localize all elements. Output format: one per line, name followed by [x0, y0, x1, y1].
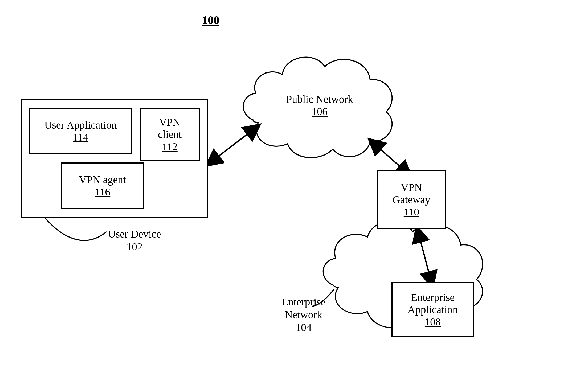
- user-device-ref: 102: [126, 241, 142, 253]
- user-application-ref: 114: [73, 131, 88, 144]
- vpn-gateway-box: VPN Gateway 110: [377, 170, 446, 229]
- enterprise-network-line1: Enterprise: [282, 296, 325, 308]
- enterprise-app-ref: 108: [425, 316, 441, 328]
- user-device-label-text: User Device: [108, 228, 161, 240]
- vpn-client-ref: 112: [162, 141, 178, 153]
- vpn-gateway-ref: 110: [404, 206, 419, 218]
- diagram-stage: 100 User Application 114 VPN client 112 …: [0, 0, 576, 392]
- enterprise-network-ref: 104: [296, 321, 312, 333]
- vpn-client-line1: VPN: [159, 116, 180, 128]
- user-device-callout: [45, 218, 107, 240]
- figure-number: 100: [202, 13, 219, 27]
- vpn-gateway-line1: VPN: [401, 181, 422, 194]
- user-device-label: User Device 102: [100, 228, 169, 253]
- public-network-text: Public Network: [286, 93, 353, 105]
- enterprise-network-label: Enterprise Network 104: [272, 296, 336, 334]
- vpn-client-box: VPN client 112: [140, 108, 200, 161]
- vpn-gateway-line2: Gateway: [393, 194, 430, 206]
- enterprise-app-line2: Application: [408, 304, 458, 316]
- vpn-agent-box: VPN agent 116: [61, 162, 144, 209]
- arrow-userdevice-publicnet: [210, 128, 256, 162]
- vpn-agent-ref: 116: [95, 186, 111, 198]
- public-network-label: Public Network 106: [277, 93, 362, 118]
- arrow-publicnet-gateway: [373, 142, 407, 173]
- public-network-ref: 106: [312, 105, 328, 117]
- enterprise-application-box: Enterprise Application 108: [391, 282, 474, 337]
- user-application-label: User Application: [44, 119, 117, 131]
- user-application-box: User Application 114: [29, 108, 132, 154]
- enterprise-app-line1: Enterprise: [411, 291, 455, 304]
- vpn-agent-label: VPN agent: [79, 174, 126, 186]
- enterprise-network-line2: Network: [285, 309, 322, 321]
- vpn-client-line2: client: [158, 128, 182, 141]
